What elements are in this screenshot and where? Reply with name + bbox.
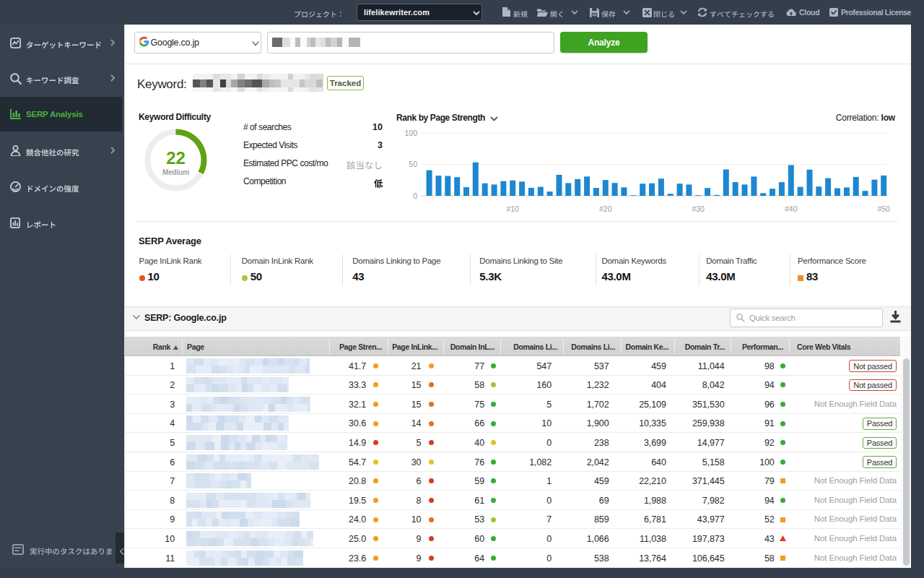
svg-text:0: 0 xyxy=(413,191,417,200)
svg-text:#10: #10 xyxy=(506,204,519,213)
svg-text:#30: #30 xyxy=(692,204,705,213)
svg-text:#40: #40 xyxy=(785,204,798,213)
svg-text:#20: #20 xyxy=(599,204,612,213)
svg-text:100: 100 xyxy=(404,130,417,137)
svg-text:#50: #50 xyxy=(877,204,890,213)
svg-text:50: 50 xyxy=(409,160,417,168)
